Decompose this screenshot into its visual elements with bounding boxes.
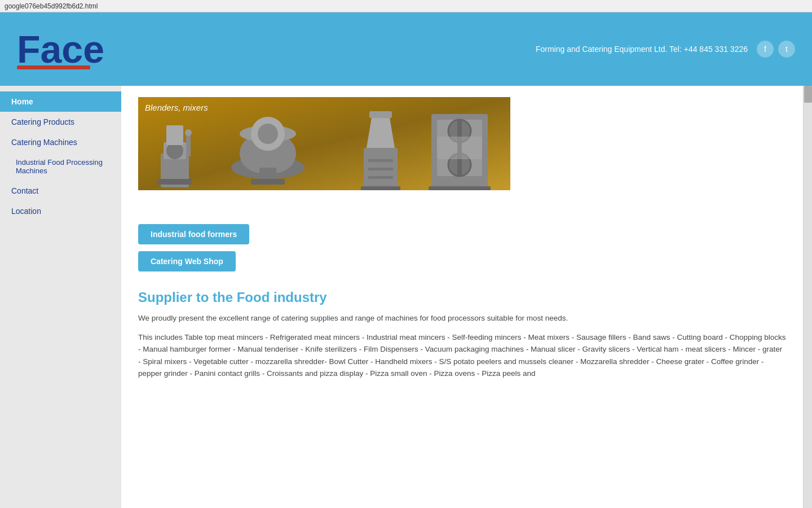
svg-rect-31 (437, 137, 482, 159)
url-text: google076eb45d992fb6d2.html (5, 2, 98, 10)
button-row-1: Industrial food formers (138, 224, 786, 251)
svg-rect-30 (429, 186, 491, 190)
sidebar-item-catering-products[interactable]: Catering Products (0, 112, 121, 132)
svg-point-10 (185, 129, 192, 136)
svg-point-15 (258, 124, 278, 144)
svg-rect-8 (158, 179, 192, 185)
logo-area: Face (17, 26, 130, 73)
details-text: This includes Table top meat mincers - R… (138, 331, 786, 380)
social-icons: f t (757, 41, 795, 58)
svg-text:Face: Face (17, 28, 104, 71)
svg-rect-24 (368, 176, 393, 179)
button-row-2: Catering Web Shop (138, 251, 786, 278)
main-layout: Home Catering Products Catering Machines… (0, 86, 812, 508)
sidebar-item-contact[interactable]: Contact (0, 181, 121, 201)
facebook-icon[interactable]: f (757, 41, 774, 58)
sidebar-item-industrial-food[interactable]: Industrial Food Processing Machines (0, 152, 121, 181)
main-content: Blenders, mixers (121, 86, 803, 508)
main-heading: Supplier to the Food industry (138, 290, 786, 305)
svg-rect-7 (166, 125, 183, 145)
twitter-icon[interactable]: t (778, 41, 795, 58)
svg-rect-1 (17, 65, 90, 69)
sidebar-item-location[interactable]: Location (0, 201, 121, 221)
svg-rect-2 (90, 65, 130, 69)
hero-image: Blenders, mixers (138, 97, 510, 190)
catering-web-shop-button[interactable]: Catering Web Shop (138, 251, 236, 271)
sidebar-item-catering-machines[interactable]: Catering Machines (0, 132, 121, 152)
logo[interactable]: Face (17, 26, 130, 73)
svg-rect-9 (186, 134, 191, 156)
header-right: Forming and Catering Equipment Ltd. Tel:… (536, 41, 795, 58)
svg-rect-17 (251, 179, 285, 185)
svg-rect-21 (361, 186, 400, 190)
sidebar: Home Catering Products Catering Machines… (0, 86, 121, 508)
svg-rect-23 (368, 168, 393, 170)
contact-info: Forming and Catering Equipment Ltd. Tel:… (536, 45, 748, 54)
svg-rect-20 (369, 111, 392, 118)
scrollbar[interactable] (803, 86, 812, 508)
site-header: Face Forming and Catering Equipment Ltd.… (0, 12, 812, 86)
industrial-formers-button[interactable]: Industrial food formers (138, 224, 249, 244)
browser-url-bar: google076eb45d992fb6d2.html (0, 0, 812, 12)
sidebar-item-home[interactable]: Home (0, 91, 121, 112)
intro-text: We proudly present the excellent range o… (138, 312, 786, 325)
svg-rect-22 (368, 159, 393, 162)
hero-label: Blenders, mixers (145, 103, 208, 112)
